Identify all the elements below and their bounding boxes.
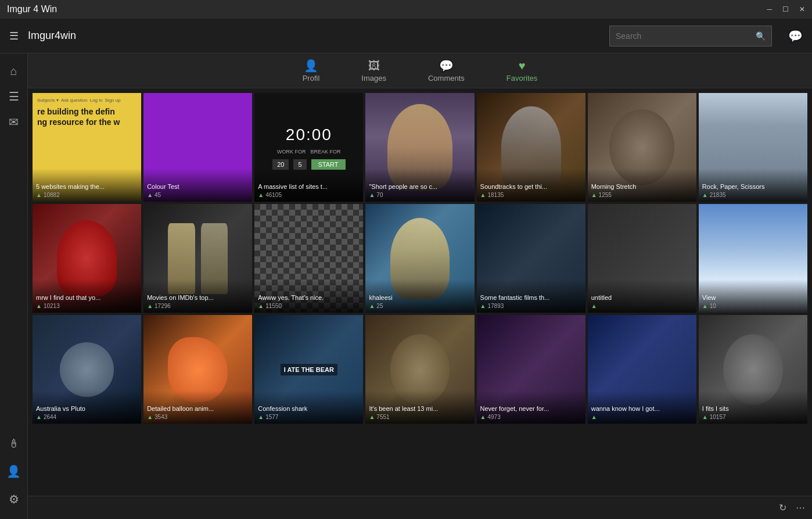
list-item[interactable]: mrw I find out that yo... ▲10213 xyxy=(33,204,141,313)
sidebar-item-home[interactable]: ⌂ xyxy=(2,59,26,83)
item-score: ▲1255 xyxy=(591,192,693,198)
item-info: 5 websites making the... ▲10882 xyxy=(33,169,141,202)
more-icon[interactable]: ⋯ xyxy=(796,502,805,513)
list-item[interactable]: I ATE THE BEAR Confession shark ▲1577 xyxy=(254,315,363,424)
up-arrow-icon: ▲ xyxy=(591,192,597,198)
chat-icon[interactable]: 💬 xyxy=(788,29,803,43)
up-arrow-icon: ▲ xyxy=(258,414,264,420)
images-icon: 🖼 xyxy=(368,59,380,73)
up-arrow-icon: ▲ xyxy=(480,192,486,198)
item-info: Detailed balloon anim... ▲3543 xyxy=(143,391,252,424)
up-arrow-icon: ▲ xyxy=(369,303,375,309)
tab-favorites[interactable]: ♥ Favorites xyxy=(500,55,544,87)
item-info: Soundtracks to get thi... ▲18135 xyxy=(477,169,585,202)
sidebar-item-settings[interactable]: ⚙ xyxy=(2,488,26,511)
up-arrow-icon: ▲ xyxy=(591,303,597,309)
item-score: ▲17893 xyxy=(480,303,582,309)
search-icon[interactable]: 🔍 xyxy=(756,31,766,41)
titlebar: Imgur 4 Win ─ ☐ ✕ xyxy=(0,0,812,19)
item-title: "Short people are so c... xyxy=(369,182,470,191)
list-item[interactable]: Detailed balloon anim... ▲3543 xyxy=(143,315,252,424)
item-title: View xyxy=(702,293,804,302)
item-info: khaleesi ▲25 xyxy=(365,280,474,313)
list-item[interactable]: khaleesi ▲25 xyxy=(365,204,474,313)
list-item[interactable]: I fits I sits ▲10157 xyxy=(699,315,807,424)
profil-icon: 👤 xyxy=(304,59,318,73)
list-item[interactable]: wanna know how I got... ▲ xyxy=(588,315,696,424)
item-score: ▲10213 xyxy=(36,303,138,309)
sidebar-item-feed[interactable]: ☰ xyxy=(2,85,26,108)
item-score: ▲17296 xyxy=(147,303,249,309)
titlebar-title: Imgur 4 Win xyxy=(7,4,57,15)
item-score: ▲21835 xyxy=(702,192,804,198)
list-item[interactable]: Morning Stretch ▲1255 xyxy=(588,93,696,202)
image-grid: Subjects ▾Ask questionLog inSign up re b… xyxy=(28,88,812,496)
list-item[interactable]: It's been at least 13 mi... ▲7551 xyxy=(365,315,474,424)
sidebar-item-messages[interactable]: ✉ xyxy=(2,110,26,134)
item-info: Rock, Paper, Scissors ▲21835 xyxy=(699,169,807,202)
item-score: ▲1577 xyxy=(258,414,360,420)
item-info: A massive list of sites t... ▲46105 xyxy=(254,169,363,202)
item-title: Australia vs Pluto xyxy=(36,405,138,413)
item-score: ▲25 xyxy=(369,303,470,309)
item-score: ▲ xyxy=(591,303,693,309)
item-info: "Short people are so c... ▲70 xyxy=(365,169,474,202)
item-title: Colour Test xyxy=(147,182,249,191)
list-item[interactable]: Awww yes. That's nice. ▲11550 xyxy=(254,204,363,313)
up-arrow-icon: ▲ xyxy=(147,303,153,309)
item-title: I fits I sits xyxy=(702,405,804,413)
item-title: Detailed balloon anim... xyxy=(147,405,249,413)
tab-images[interactable]: 🖼 Images xyxy=(354,55,393,87)
item-score: ▲10882 xyxy=(36,192,138,198)
titlebar-controls: ─ ☐ ✕ xyxy=(767,5,805,13)
up-arrow-icon: ▲ xyxy=(258,192,264,198)
list-item[interactable]: 20:00 WORK FORBREAK FOR 20 5 START A xyxy=(254,93,363,202)
close-button[interactable]: ✕ xyxy=(799,5,805,13)
app-title: Imgur4win xyxy=(28,30,600,42)
list-item[interactable]: View ▲10 xyxy=(699,204,807,313)
list-item[interactable]: Australia vs Pluto ▲2644 xyxy=(33,315,141,424)
list-item[interactable]: untitled ▲ xyxy=(588,204,696,313)
minimize-button[interactable]: ─ xyxy=(767,5,772,13)
item-score: ▲ xyxy=(591,414,693,420)
tab-comments[interactable]: 💬 Comments xyxy=(421,54,472,87)
tab-images-label: Images xyxy=(361,74,386,83)
item-info: Some fantastic films th... ▲17893 xyxy=(477,280,585,313)
maximize-button[interactable]: ☐ xyxy=(782,5,789,13)
up-arrow-icon: ▲ xyxy=(702,192,708,198)
list-item[interactable]: Some fantastic films th... ▲17893 xyxy=(477,204,585,313)
list-item[interactable]: Subjects ▾Ask questionLog inSign up re b… xyxy=(33,93,141,202)
item-info: Australia vs Pluto ▲2644 xyxy=(33,391,141,424)
item-score: ▲18135 xyxy=(480,192,582,198)
sidebar-item-profile[interactable]: 👤 xyxy=(2,460,26,483)
up-arrow-icon: ▲ xyxy=(702,303,708,309)
item-title: 5 websites making the... xyxy=(36,182,138,191)
item-score: ▲11550 xyxy=(258,303,360,309)
item-score: ▲46105 xyxy=(258,192,360,198)
item-info: It's been at least 13 mi... ▲7551 xyxy=(365,391,474,424)
up-arrow-icon: ▲ xyxy=(36,414,42,420)
sidebar-item-torch[interactable]: 🕯 xyxy=(2,432,26,455)
tab-comments-label: Comments xyxy=(428,74,465,83)
list-item[interactable]: Never forget, never for... ▲4973 xyxy=(477,315,585,424)
item-info: Never forget, never for... ▲4973 xyxy=(477,391,585,424)
item-title: A massive list of sites t... xyxy=(258,182,360,191)
item-score: ▲7551 xyxy=(369,414,470,420)
item-title: Never forget, never for... xyxy=(480,405,582,413)
tab-profil[interactable]: 👤 Profil xyxy=(296,54,327,87)
up-arrow-icon: ▲ xyxy=(369,414,375,420)
list-item[interactable]: Movies on IMDb's top... ▲17296 xyxy=(143,204,252,313)
sidebar-bottom: 🕯 👤 ⚙ xyxy=(2,432,26,519)
item-title: wanna know how I got... xyxy=(591,405,693,413)
list-item[interactable]: "Short people are so c... ▲70 xyxy=(365,93,474,202)
search-input[interactable] xyxy=(616,31,756,41)
list-item[interactable]: Colour Test ▲45 xyxy=(143,93,252,202)
list-item[interactable]: Soundtracks to get thi... ▲18135 xyxy=(477,93,585,202)
hamburger-icon[interactable]: ☰ xyxy=(9,30,19,42)
content: ⌂ ☰ ✉ 🕯 👤 ⚙ 👤 Profil 🖼 Images xyxy=(0,53,812,519)
refresh-icon[interactable]: ↻ xyxy=(779,502,786,513)
tab-bar: 👤 Profil 🖼 Images 💬 Comments ♥ Favorites xyxy=(28,53,812,88)
site-text: re building the definng resource for the… xyxy=(37,106,136,127)
item-score: ▲10157 xyxy=(702,414,804,420)
list-item[interactable]: Rock, Paper, Scissors ▲21835 xyxy=(699,93,807,202)
